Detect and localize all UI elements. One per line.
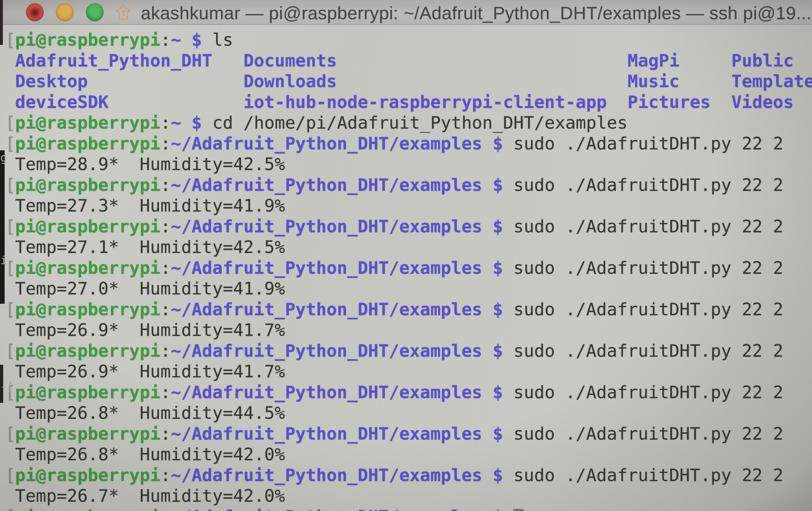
terminal-text-segment: sudo ./AdafruitDHT.py 22 2 [503, 258, 783, 278]
terminal-text-segment: : [161, 258, 171, 278]
terminal-text-segment: pi@raspberrypi [15, 507, 161, 511]
prompt-mark-icon: [ [5, 465, 16, 486]
prompt-mark-icon: [ [5, 30, 16, 50]
terminal-line: Temp=26.9* Humidity=41.7% [15, 361, 812, 382]
terminal-line: [pi@raspberrypi:~/Adafruit_Python_DHT/ex… [15, 382, 812, 403]
terminal-text-segment: pi@raspberrypi [15, 299, 161, 319]
terminal-text-segment: Adafruit_Python_DHT [15, 51, 212, 71]
terminal-text-segment: $ [192, 113, 202, 133]
terminal-text-segment: Temp=28.9* Humidity=42.5% [15, 154, 285, 174]
terminal-text-segment [607, 92, 628, 112]
terminal-line: deviceSDK iot-hub-node-raspberrypi-clien… [15, 92, 812, 113]
terminal-text-segment [679, 51, 731, 71]
terminal-text-segment [337, 71, 628, 91]
terminal-text-segment [482, 507, 493, 511]
terminal-text-segment: ~ [171, 113, 181, 133]
terminal-text-segment: ~/Adafruit_Python_DHT/examples [171, 341, 482, 361]
terminal-text-segment: Music [628, 71, 679, 91]
terminal-text-segment [482, 175, 493, 195]
terminal-text-segment [88, 71, 243, 91]
terminal-text-segment [482, 299, 493, 319]
window-title: akashkumar — pi@raspberrypi: ~/Adafruit_… [141, 0, 812, 24]
terminal-text-segment: ~/Adafruit_Python_DHT/examples [171, 175, 482, 195]
terminal-line: [pi@raspberrypi:~ $ ls [15, 30, 812, 50]
terminal-line: Temp=26.8* Humidity=42.0% [15, 444, 812, 465]
terminal-line: Desktop Downloads Music Templates [15, 71, 812, 92]
terminal-text-segment: $ [493, 382, 503, 402]
terminal-text-segment: : [161, 30, 171, 50]
terminal-line: [pi@raspberrypi:~/Adafruit_Python_DHT/ex… [15, 133, 812, 154]
terminal-text-segment: Public [731, 51, 794, 71]
terminal-text-segment: sudo ./AdafruitDHT.py 22 2 [503, 424, 783, 444]
prompt-mark-icon: [ [5, 341, 16, 361]
terminal-line: [pi@raspberrypi:~/Adafruit_Python_DHT/ex… [15, 341, 812, 361]
terminal-text-segment: sudo ./AdafruitDHT.py 22 2 [503, 216, 783, 237]
terminal-text-segment: ~/Adafruit_Python_DHT/examples [171, 507, 482, 511]
window-titlebar: akashkumar — pi@raspberrypi: ~/Adafruit_… [0, 0, 812, 25]
terminal-line: Temp=26.7* Humidity=42.0% [15, 486, 812, 506]
terminal-text-segment: Temp=26.7* Humidity=42.0% [15, 486, 285, 506]
terminal-text-segment: Temp=27.3* Humidity=41.9% [15, 195, 285, 216]
terminal-text-segment: pi@raspberrypi [15, 216, 161, 237]
terminal-text-segment: : [161, 113, 171, 133]
terminal-text-segment: sudo ./AdafruitDHT.py 22 2 [503, 133, 783, 154]
terminal-line: Temp=27.0* Humidity=41.9% [15, 278, 812, 299]
terminal-line: [pi@raspberrypi:~/Adafruit_Python_DHT/ex… [15, 299, 812, 320]
prompt-mark-icon: [ [5, 112, 16, 133]
terminal-text-segment [711, 92, 731, 112]
terminal-text-segment: $ [493, 341, 503, 361]
terminal-text-segment: MagPi [628, 51, 679, 71]
terminal-text-segment: Temp=26.8* Humidity=42.0% [15, 444, 285, 464]
terminal-text-segment [482, 341, 493, 361]
terminal-text-segment: sudo ./AdafruitDHT.py 22 2 [503, 299, 783, 319]
terminal-text-segment: Temp=26.9* Humidity=41.7% [15, 320, 285, 340]
prompt-mark-icon: [ [5, 299, 16, 320]
prompt-mark-icon: [ [5, 424, 16, 444]
terminal-text-segment: $ [493, 299, 503, 319]
terminal-text-segment: : [161, 507, 171, 511]
terminal-line: [pi@raspberrypi:~ $ cd /home/pi/Adafruit… [15, 112, 812, 133]
terminal-text-segment: ls [202, 30, 233, 50]
terminal-text-segment: pi@raspberrypi [15, 30, 161, 50]
terminal-text-segment: $ [493, 216, 503, 237]
terminal-line: [pi@raspberrypi:~/Adafruit_Python_DHT/ex… [15, 258, 812, 278]
terminal-text-segment: ~/Adafruit_Python_DHT/examples [171, 424, 482, 444]
terminal-text-segment: $ [192, 30, 202, 50]
terminal-text-segment: $ [493, 258, 503, 278]
terminal-text-segment: sudo ./AdafruitDHT.py 22 2 [503, 382, 783, 402]
terminal-text-segment: $ [493, 424, 503, 444]
terminal-text-segment: Temp=26.8* Humidity=44.5% [15, 403, 285, 423]
prompt-mark-icon: [ [5, 175, 16, 195]
prompt-mark-icon: [ [5, 258, 16, 278]
terminal-line: Temp=26.8* Humidity=44.5% [15, 403, 812, 424]
terminal-text-segment: ~/Adafruit_Python_DHT/examples [171, 299, 482, 319]
home-folder-icon[interactable] [115, 4, 132, 21]
terminal-text-segment: deviceSDK [15, 92, 109, 112]
terminal-text-segment [482, 133, 493, 154]
terminal-line: [pi@raspberrypi:~/Adafruit_Python_DHT/ex… [15, 506, 812, 511]
terminal-text-segment [482, 258, 493, 278]
terminal-text-segment: ~/Adafruit_Python_DHT/examples [171, 465, 482, 485]
terminal-line: [pi@raspberrypi:~/Adafruit_Python_DHT/ex… [15, 175, 812, 195]
terminal-text-segment: $ [493, 507, 503, 511]
prompt-mark-icon: [ [5, 382, 16, 403]
terminal-text-segment: pi@raspberrypi [15, 465, 161, 485]
close-button[interactable] [26, 3, 44, 21]
zoom-button[interactable] [86, 3, 104, 21]
terminal-text-segment [181, 30, 192, 50]
terminal-text-segment: $ [493, 175, 503, 195]
terminal-line: Temp=28.9* Humidity=42.5% [15, 154, 812, 175]
prompt-mark-icon: [ [5, 133, 16, 154]
terminal-line: Adafruit_Python_DHT Documents MagPi Publ… [15, 50, 812, 71]
terminal-text-segment: Downloads [243, 71, 337, 91]
terminal-text-segment: : [161, 465, 171, 485]
terminal-text-segment: Pictures [628, 92, 711, 112]
terminal-text-segment: pi@raspberrypi [15, 341, 161, 361]
terminal-text-segment: $ [493, 465, 503, 485]
terminal-line: [pi@raspberrypi:~/Adafruit_Python_DHT/ex… [15, 216, 812, 237]
minimize-button[interactable] [56, 3, 74, 21]
terminal-text-segment: pi@raspberrypi [15, 175, 161, 195]
terminal-cursor [513, 509, 523, 511]
terminal-text-segment [212, 51, 243, 71]
terminal-body[interactable]: [pi@raspberrypi:~ $ lsAdafruit_Python_DH… [0, 24, 812, 511]
